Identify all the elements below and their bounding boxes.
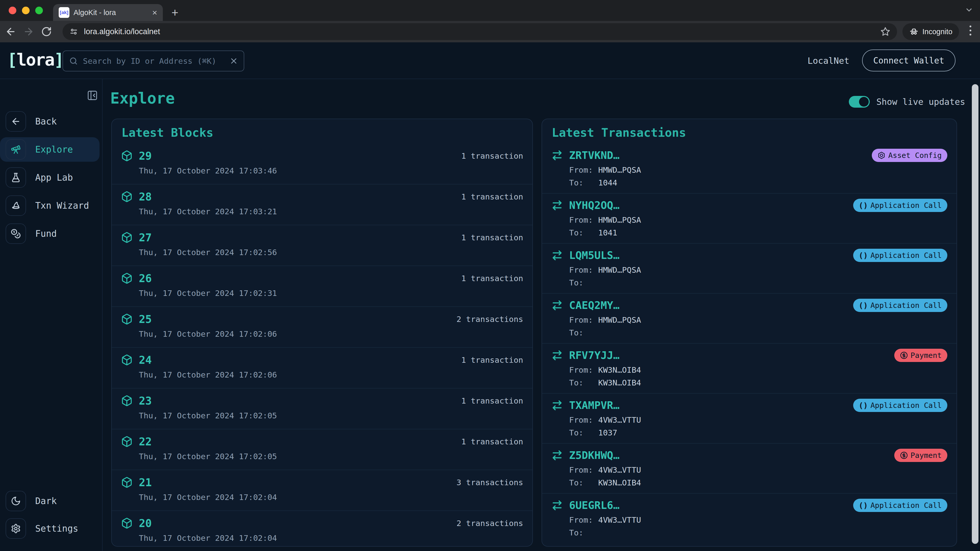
block-number-link[interactable]: 29 bbox=[139, 150, 152, 162]
txn-type-badge: () Application Call bbox=[853, 249, 947, 262]
sidebar-item-label: Back bbox=[35, 116, 57, 127]
live-updates-toggle[interactable] bbox=[849, 96, 870, 108]
clear-search-icon[interactable] bbox=[230, 57, 238, 65]
transaction-id-link[interactable]: NYHQ2OQ… bbox=[569, 199, 619, 211]
from-address[interactable]: 4VW3…VTTU bbox=[598, 415, 641, 424]
page-scrollbar[interactable] bbox=[972, 84, 978, 544]
block-row: 26 1 transaction Thu, 17 October 2024 17… bbox=[112, 265, 532, 306]
application-call-icon: () bbox=[859, 251, 868, 260]
search-box[interactable] bbox=[62, 51, 244, 71]
sidebar-item-theme-toggle[interactable]: Dark bbox=[0, 489, 102, 513]
from-label: From: bbox=[569, 465, 598, 475]
from-label: From: bbox=[569, 165, 598, 175]
wizard-hat-icon bbox=[6, 195, 26, 216]
txn-type-badge: () Application Call bbox=[853, 299, 947, 312]
block-row: 20 2 transactions Thu, 17 October 2024 1… bbox=[112, 510, 532, 547]
block-number-link[interactable]: 21 bbox=[139, 476, 152, 489]
to-address[interactable]: 1041 bbox=[598, 228, 617, 237]
block-cube-icon bbox=[121, 436, 133, 448]
latest-transactions-card: Latest Transactions ZRTVKND… () Asset Co… bbox=[542, 119, 957, 547]
page-title: Explore bbox=[110, 89, 175, 107]
transaction-id-link[interactable]: ZRTVKND… bbox=[569, 149, 619, 162]
sidebar-item-label: App Lab bbox=[35, 172, 73, 183]
maximize-window-button[interactable] bbox=[35, 6, 43, 14]
block-number-link[interactable]: 28 bbox=[139, 191, 152, 203]
to-address[interactable]: 1037 bbox=[598, 428, 617, 437]
transaction-id-link[interactable]: 6UEGRL6… bbox=[569, 499, 619, 511]
block-number-link[interactable]: 26 bbox=[139, 272, 152, 285]
transaction-id-link[interactable]: TXAMPVR… bbox=[569, 399, 619, 411]
block-number-link[interactable]: 23 bbox=[139, 395, 152, 407]
browser-menu-icon[interactable] bbox=[968, 25, 973, 35]
from-label: From: bbox=[569, 315, 598, 324]
block-number-link[interactable]: 25 bbox=[139, 313, 152, 326]
from-address[interactable]: HMWD…PQSA bbox=[598, 215, 641, 224]
address-bar[interactable]: lora.algokit.io/localnet bbox=[62, 23, 897, 40]
latest-blocks-card: Latest Blocks 29 1 transaction Thu, 17 O… bbox=[111, 119, 533, 547]
transaction-swap-icon bbox=[551, 400, 563, 411]
reload-button[interactable] bbox=[39, 24, 54, 39]
from-address[interactable]: HMWD…PQSA bbox=[598, 315, 641, 324]
to-label: To: bbox=[569, 178, 598, 187]
to-address[interactable]: 1044 bbox=[598, 178, 617, 187]
browser-tab-strip: [ak] AlgoKit - lora × + bbox=[0, 0, 980, 21]
chevron-down-icon[interactable] bbox=[965, 6, 974, 14]
block-row: 27 1 transaction Thu, 17 October 2024 17… bbox=[112, 225, 532, 265]
block-cube-icon bbox=[121, 191, 133, 203]
transaction-id-link[interactable]: RFV7YJJ… bbox=[569, 349, 619, 362]
application-call-icon: () bbox=[859, 301, 868, 310]
lora-logo[interactable]: [lora] bbox=[7, 50, 63, 70]
window-controls[interactable] bbox=[9, 6, 43, 14]
transaction-swap-icon bbox=[551, 349, 563, 361]
from-address[interactable]: HMWD…PQSA bbox=[598, 165, 641, 175]
minimize-window-button[interactable] bbox=[22, 6, 30, 14]
block-timestamp: Thu, 17 October 2024 17:02:06 bbox=[139, 370, 523, 380]
block-timestamp: Thu, 17 October 2024 17:03:21 bbox=[139, 207, 523, 216]
sidebar-item-txn-wizard[interactable]: Txn Wizard bbox=[0, 193, 102, 218]
close-window-button[interactable] bbox=[9, 6, 16, 14]
application-call-icon: () bbox=[859, 201, 868, 210]
from-address[interactable]: 4VW3…VTTU bbox=[598, 515, 641, 524]
from-address[interactable]: 4VW3…VTTU bbox=[598, 465, 641, 475]
from-address[interactable]: HMWD…PQSA bbox=[598, 265, 641, 275]
sidebar-item-explore[interactable]: Explore bbox=[0, 137, 100, 162]
block-row: 29 1 transaction Thu, 17 October 2024 17… bbox=[112, 144, 532, 184]
transaction-id-link[interactable]: CAEQ2MY… bbox=[569, 299, 619, 311]
forward-button[interactable] bbox=[21, 24, 36, 39]
block-cube-icon bbox=[121, 354, 133, 366]
block-number-link[interactable]: 24 bbox=[139, 354, 152, 366]
new-tab-button[interactable]: + bbox=[172, 6, 178, 19]
latest-transactions-title: Latest Transactions bbox=[542, 126, 956, 140]
site-settings-icon[interactable] bbox=[69, 27, 78, 36]
sidebar-item-settings[interactable]: Settings bbox=[0, 516, 102, 541]
from-address[interactable]: KW3N…OIB4 bbox=[598, 365, 641, 375]
to-address[interactable]: KW3N…OIB4 bbox=[598, 378, 641, 387]
sidebar-item-back[interactable]: Back bbox=[0, 109, 102, 134]
transaction-id-link[interactable]: Z5DKHWQ… bbox=[569, 449, 619, 462]
block-transaction-count: 1 transaction bbox=[461, 233, 523, 242]
transaction-id-link[interactable]: LQM5ULS… bbox=[569, 249, 619, 262]
block-number-link[interactable]: 22 bbox=[139, 435, 152, 448]
search-input[interactable] bbox=[83, 56, 225, 65]
txn-type-label: Asset Config bbox=[888, 151, 942, 160]
block-number-link[interactable]: 27 bbox=[139, 231, 152, 244]
tab-close-icon[interactable]: × bbox=[152, 8, 157, 17]
collapse-sidebar-icon[interactable] bbox=[87, 90, 98, 101]
block-transaction-count: 1 transaction bbox=[461, 192, 523, 201]
main-content: Explore Show live updates Latest Blocks … bbox=[103, 79, 980, 551]
back-button[interactable] bbox=[3, 24, 18, 39]
block-number-link[interactable]: 20 bbox=[139, 517, 152, 530]
connect-wallet-button[interactable]: Connect Wallet bbox=[862, 49, 956, 71]
block-timestamp: Thu, 17 October 2024 17:02:31 bbox=[139, 289, 523, 298]
browser-tab[interactable]: [ak] AlgoKit - lora × bbox=[53, 4, 163, 21]
sidebar-footer: Dark Settings bbox=[0, 489, 102, 541]
from-label: From: bbox=[569, 415, 598, 424]
sidebar-item-app-lab[interactable]: App Lab bbox=[0, 165, 102, 190]
url-text[interactable]: lora.algokit.io/localnet bbox=[84, 27, 875, 36]
txn-type-badge: () Application Call bbox=[853, 499, 947, 512]
bookmark-star-icon[interactable] bbox=[880, 27, 891, 37]
network-select[interactable]: LocalNet bbox=[808, 56, 850, 66]
sidebar-item-fund[interactable]: Fund bbox=[0, 221, 102, 246]
from-label: From: bbox=[569, 365, 598, 375]
to-address[interactable]: KW3N…OIB4 bbox=[598, 478, 641, 487]
